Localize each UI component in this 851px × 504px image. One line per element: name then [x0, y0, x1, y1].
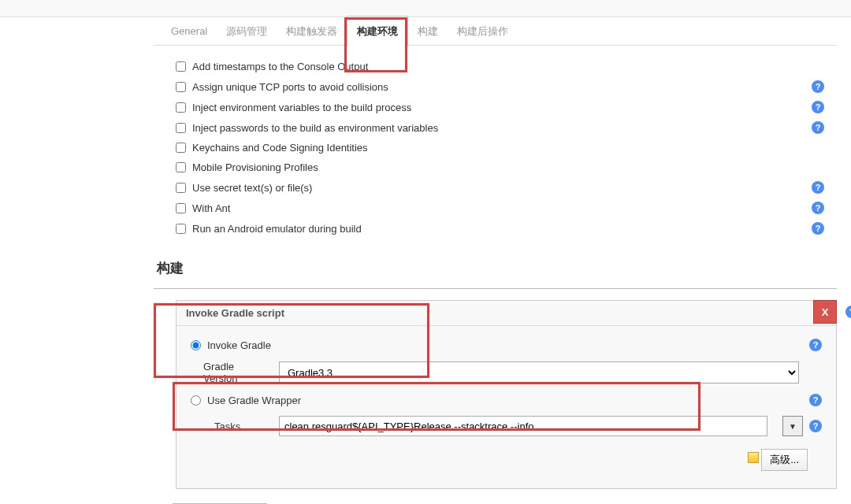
label-tasks: Tasks [191, 421, 269, 432]
note-icon [748, 452, 759, 463]
label-gradle-version: Gradle Version [191, 361, 269, 384]
tab-triggers[interactable]: 构建触发器 [277, 17, 347, 46]
label-with-ant: With Ant [192, 202, 812, 214]
checkbox-mobile[interactable] [176, 162, 186, 172]
help-icon[interactable]: ? [812, 222, 824, 235]
label-secret: Use secret text(s) or file(s) [192, 182, 812, 194]
help-icon[interactable]: ? [812, 181, 824, 194]
left-sidebar-gap [0, 17, 154, 504]
tab-build[interactable]: 构建 [408, 17, 448, 46]
label-tcp: Assign unique TCP ports to avoid collisi… [192, 81, 812, 93]
label-use-wrapper: Use Gradle Wrapper [207, 395, 803, 406]
radio-invoke-gradle[interactable] [191, 340, 201, 350]
checkbox-android-emu[interactable] [176, 224, 186, 234]
gradle-header: Invoke Gradle script X ? [177, 301, 836, 326]
section-title-build: 构建 [154, 248, 837, 289]
checkbox-inject-env[interactable] [176, 102, 186, 113]
chevron-down-icon: ▼ [789, 422, 797, 431]
help-icon[interactable]: ? [812, 101, 824, 113]
help-icon[interactable]: ? [812, 80, 824, 93]
advanced-button[interactable]: 高级... [761, 449, 808, 471]
checkbox-tcp[interactable] [176, 82, 186, 92]
config-tabs: General 源码管理 构建触发器 构建环境 构建 构建后操作 [154, 17, 837, 46]
tab-build-env[interactable]: 构建环境 [347, 16, 408, 46]
label-timestamps: Add timestamps to the Console Output [192, 61, 827, 72]
config-panel: General 源码管理 构建触发器 构建环境 构建 构建后操作 Add tim… [154, 17, 851, 504]
checkbox-with-ant[interactable] [176, 203, 186, 213]
help-icon[interactable]: ? [809, 339, 822, 351]
checkbox-secret[interactable] [176, 183, 186, 193]
label-android-emu: Run an Android emulator during build [192, 223, 812, 235]
gradle-step-block: Invoke Gradle script X ? Invoke Gradle ?… [176, 300, 837, 489]
gradle-title: Invoke Gradle script [186, 307, 284, 319]
label-inject-pwd: Inject passwords to the build as environ… [192, 122, 812, 134]
help-icon[interactable]: ? [812, 202, 824, 214]
tab-scm[interactable]: 源码管理 [217, 17, 277, 46]
select-gradle-version[interactable]: Gradle3.3 [279, 361, 799, 384]
checkbox-keychains[interactable] [176, 143, 186, 153]
input-tasks[interactable] [279, 416, 767, 436]
label-invoke-gradle: Invoke Gradle [207, 339, 803, 351]
help-icon[interactable]: ? [809, 420, 822, 432]
label-keychains: Keychains and Code Signing Identities [192, 142, 827, 154]
checkbox-inject-pwd[interactable] [176, 123, 186, 133]
tab-general[interactable]: General [162, 17, 217, 45]
label-inject-env: Inject environment variables to the buil… [192, 102, 812, 113]
expand-tasks-button[interactable]: ▼ [782, 416, 803, 436]
label-mobile: Mobile Provisioning Profiles [192, 161, 827, 173]
tab-post-build[interactable]: 构建后操作 [448, 17, 518, 46]
close-icon[interactable]: X [813, 300, 837, 324]
help-icon[interactable]: ? [809, 394, 822, 406]
checkbox-timestamps[interactable] [176, 61, 186, 72]
help-icon[interactable]: ? [812, 121, 824, 134]
radio-use-wrapper[interactable] [191, 395, 201, 406]
help-icon[interactable]: ? [845, 306, 851, 318]
address-bar-stub [0, 0, 851, 17]
build-env-options: Add timestamps to the Console Output Ass… [154, 46, 837, 243]
